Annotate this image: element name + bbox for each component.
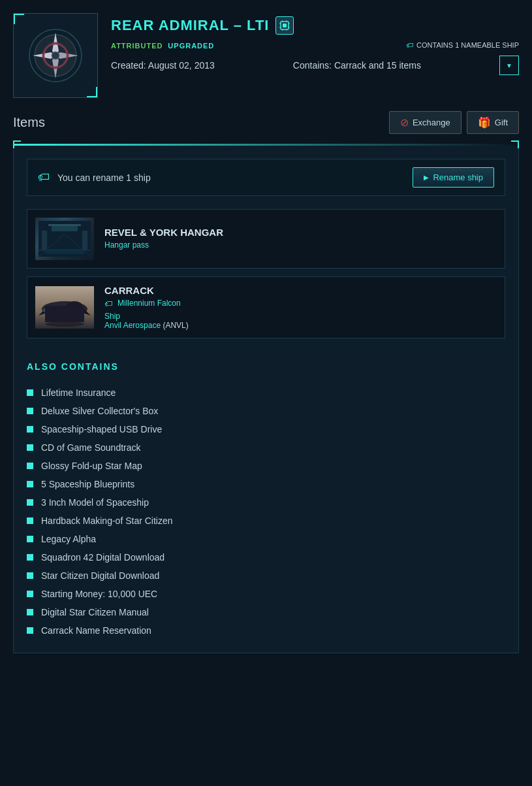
nameable-label: CONTAINS 1 NAMEABLE SHIP: [416, 41, 519, 49]
hangar-thumb-image: [35, 218, 94, 260]
contains-text: Contains: Carrack and 15 items: [293, 60, 421, 71]
rename-banner-left: 🏷 You can rename 1 ship: [38, 171, 151, 184]
rename-banner-text: You can rename 1 ship: [57, 172, 151, 183]
rename-banner-icon: 🏷: [38, 171, 50, 184]
also-item: Glossy Fold-up Star Map: [27, 457, 505, 475]
chip-icon: [275, 16, 294, 35]
also-item: Lifetime Insurance: [27, 384, 505, 402]
also-item-label: 5 Spaceship Blueprints: [41, 479, 134, 489]
play-icon: ▶: [424, 174, 429, 181]
ship-nickname: Millennium Falcon: [117, 299, 181, 308]
also-contains-section: ALSO CONTAINS Lifetime Insurance Deluxe …: [27, 355, 505, 640]
collapse-button[interactable]: ▼: [499, 56, 519, 75]
bullet-icon: [27, 609, 33, 615]
also-contains-title: ALSO CONTAINS: [27, 361, 505, 372]
also-item-label: Hardback Making-of Star Citizen: [41, 516, 173, 526]
gift-button[interactable]: 🎁 Gift: [467, 111, 519, 134]
header-info: REAR ADMIRAL – LTI ATTRIBUTED UPGRADED 🏷…: [111, 13, 519, 75]
svg-point-32: [43, 308, 47, 312]
bullet-icon: [27, 591, 33, 597]
upgraded-badge: UPGRADED: [168, 42, 214, 50]
bullet-icon: [27, 389, 33, 396]
bullet-icon: [27, 499, 33, 506]
svg-rect-10: [283, 24, 287, 27]
tag-icon: 🏷: [406, 41, 413, 49]
rename-banner: 🏷 You can rename 1 ship ▶ Rename ship: [27, 159, 505, 196]
also-item-label: Digital Star Citizen Manual: [41, 607, 149, 617]
also-item: Legacy Alpha: [27, 530, 505, 548]
also-item: 3 Inch Model of Spaceship: [27, 493, 505, 512]
ship-item-card: CARRACK 🏷 Millennium Falcon Ship Anvil A…: [27, 276, 505, 338]
ship-maker: Anvil Aerospace (ANVL): [104, 321, 497, 330]
also-item: Deluxe Silver Collector's Box: [27, 402, 505, 420]
hangar-item-card: REVEL & YORK HANGAR Hangar pass: [27, 209, 505, 269]
created-text: Created: August 02, 2013: [111, 60, 215, 71]
svg-rect-27: [45, 249, 84, 254]
package-title: REAR ADMIRAL – LTI: [111, 17, 269, 34]
gift-icon: 🎁: [478, 116, 491, 129]
bullet-icon: [27, 463, 33, 469]
hangar-thumbnail: [35, 218, 94, 260]
attributed-badge: ATTRIBUTED: [111, 42, 163, 50]
also-item-label: Star Citizen Digital Download: [41, 570, 159, 581]
also-item-label: 3 Inch Model of Spaceship: [41, 497, 149, 508]
bullet-icon: [27, 554, 33, 561]
svg-point-33: [45, 321, 84, 327]
svg-rect-26: [82, 231, 87, 250]
action-buttons: ⊘ Exchange 🎁 Gift: [389, 111, 519, 134]
also-item: Squadron 42 Digital Download: [27, 548, 505, 566]
also-contains-list: Lifetime Insurance Deluxe Silver Collect…: [27, 384, 505, 640]
items-section: Items ⊘ Exchange 🎁 Gift: [13, 111, 519, 653]
also-item-label: Lifetime Insurance: [41, 387, 116, 398]
also-item: Digital Star Citizen Manual: [27, 603, 505, 621]
ship-thumbnail: [35, 286, 94, 329]
ship-item-name: CARRACK: [104, 285, 497, 296]
also-item-label: Deluxe Silver Collector's Box: [41, 406, 158, 416]
bullet-icon: [27, 444, 33, 451]
bullet-icon: [27, 572, 33, 579]
also-item-label: Spaceship-shaped USB Drive: [41, 424, 162, 434]
bullet-icon: [27, 627, 33, 634]
also-item-label: Legacy Alpha: [41, 534, 96, 544]
divider-line: [13, 144, 519, 146]
bullet-icon: [27, 536, 33, 542]
no-icon: ⊘: [400, 116, 409, 129]
hangar-item-info: REVEL & YORK HANGAR Hangar pass: [104, 227, 497, 251]
also-item: 5 Spaceship Blueprints: [27, 475, 505, 493]
bullet-icon: [27, 426, 33, 433]
rename-ship-button[interactable]: ▶ Rename ship: [413, 167, 494, 188]
also-item-label: CD of Game Soundtrack: [41, 442, 141, 453]
svg-rect-25: [42, 231, 47, 250]
bullet-icon: [27, 408, 33, 414]
ship-tag-icon: 🏷: [104, 299, 112, 308]
also-item: CD of Game Soundtrack: [27, 438, 505, 457]
also-item-label: Glossy Fold-up Star Map: [41, 461, 142, 471]
svg-rect-23: [48, 224, 81, 226]
also-item: Hardback Making-of Star Citizen: [27, 512, 505, 530]
also-item: Star Citizen Digital Download: [27, 566, 505, 585]
also-item: Carrack Name Reservation: [27, 621, 505, 640]
ship-thumb-image: [35, 286, 94, 329]
hangar-item-name: REVEL & YORK HANGAR: [104, 227, 497, 238]
items-header: Items ⊘ Exchange 🎁 Gift: [13, 111, 519, 134]
ship-type: Ship: [104, 312, 497, 321]
hangar-item-subtitle: Hangar pass: [104, 240, 497, 250]
nameable-badge: 🏷 CONTAINS 1 NAMEABLE SHIP: [406, 41, 519, 49]
svg-point-31: [67, 301, 82, 310]
also-item: Starting Money: 10,000 UEC: [27, 585, 505, 603]
corner-decoration-tl: [13, 140, 21, 148]
exchange-button[interactable]: ⊘ Exchange: [389, 111, 462, 134]
content-area: 🏷 You can rename 1 ship ▶ Rename ship: [13, 146, 519, 653]
svg-rect-24: [52, 226, 78, 231]
package-header: REAR ADMIRAL – LTI ATTRIBUTED UPGRADED 🏷…: [13, 13, 519, 98]
corner-decoration-tr: [511, 140, 519, 148]
also-item: Spaceship-shaped USB Drive: [27, 420, 505, 438]
also-item-label: Starting Money: 10,000 UEC: [41, 589, 157, 599]
also-item-label: Squadron 42 Digital Download: [41, 552, 164, 563]
bullet-icon: [27, 481, 33, 487]
svg-point-6: [52, 52, 59, 59]
bullet-icon: [27, 517, 33, 524]
ship-item-info: CARRACK 🏷 Millennium Falcon Ship Anvil A…: [104, 285, 497, 330]
also-item-label: Carrack Name Reservation: [41, 625, 151, 636]
items-title: Items: [13, 115, 45, 130]
